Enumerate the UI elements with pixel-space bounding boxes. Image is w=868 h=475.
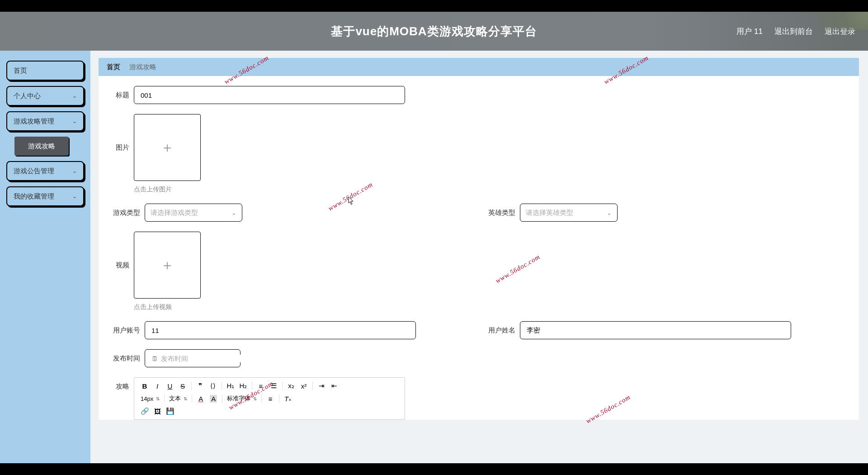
- plus-icon: ＋: [160, 256, 174, 275]
- block-type-select[interactable]: 文本 ⇅: [167, 393, 189, 404]
- chevron-down-icon: ⌄: [72, 118, 77, 124]
- sidebar-subitem-strategy[interactable]: 游戏攻略: [14, 137, 69, 156]
- image-upload-hint: 点击上传图片: [134, 185, 201, 194]
- subscript-button[interactable]: x₂: [285, 380, 297, 391]
- plus-icon: ＋: [160, 138, 174, 157]
- image-upload-box[interactable]: ＋: [134, 114, 201, 181]
- toolbar-separator: [164, 394, 165, 403]
- hero-type-placeholder: 请选择英雄类型: [526, 209, 573, 217]
- video-upload-hint: 点击上传视频: [134, 303, 201, 311]
- chevron-updown-icon: ⇅: [156, 396, 160, 401]
- superscript-button[interactable]: x²: [298, 380, 310, 391]
- chevron-down-icon: ⌄: [607, 209, 612, 216]
- sidebar-item-label: 游戏攻略管理: [14, 117, 54, 126]
- sidebar-item-label: 游戏公告管理: [14, 167, 54, 176]
- toolbar-separator: [279, 394, 279, 403]
- bold-button[interactable]: B: [139, 380, 151, 391]
- sidebar-item-strategy-mgmt[interactable]: 游戏攻略管理 ⌄: [6, 111, 84, 131]
- header-user-label[interactable]: 用户 11: [736, 26, 763, 37]
- sidebar-item-announcement-mgmt[interactable]: 游戏公告管理 ⌄: [6, 161, 84, 181]
- indent-button[interactable]: ⇥: [316, 380, 327, 391]
- italic-button[interactable]: I: [151, 380, 163, 391]
- sidebar-item-home[interactable]: 首页: [6, 61, 84, 81]
- sidebar-item-label: 我的收藏管理: [14, 192, 54, 201]
- underline-button[interactable]: U: [164, 380, 176, 391]
- header-decoration: [787, 12, 868, 30]
- outdent-button[interactable]: ⇤: [328, 380, 340, 391]
- sidebar-item-label: 首页: [14, 66, 27, 75]
- calendar-icon: 🗓: [151, 355, 158, 362]
- title-label: 标题: [99, 86, 129, 104]
- toolbar-separator: [261, 394, 262, 403]
- game-type-placeholder: 请选择游戏类型: [151, 209, 198, 217]
- game-type-select[interactable]: 请选择游戏类型 ⌄: [145, 204, 242, 222]
- chevron-updown-icon: ⇅: [253, 396, 257, 401]
- video-label: 视频: [99, 232, 129, 299]
- main-content: 首页 游戏攻略 标题 图片 ＋ 点击上传图片: [90, 51, 868, 463]
- font-family-select[interactable]: 标准字体 ⇅: [225, 393, 259, 404]
- sidebar-subitem-label: 游戏攻略: [28, 142, 55, 151]
- sidebar-item-label: 个人中心: [14, 92, 41, 100]
- link-button[interactable]: 🔗: [139, 406, 151, 417]
- account-input[interactable]: [145, 321, 416, 339]
- account-label: 用户账号: [99, 321, 140, 339]
- ordered-list-button[interactable]: ≡: [255, 380, 267, 391]
- font-size-value: 14px: [141, 395, 153, 402]
- font-family-value: 标准字体: [227, 394, 250, 403]
- name-input[interactable]: [520, 321, 791, 339]
- align-button[interactable]: ≡: [264, 393, 276, 404]
- breadcrumb-home[interactable]: 首页: [107, 63, 120, 71]
- chevron-updown-icon: ⇅: [184, 396, 187, 401]
- app-title: 基于vue的MOBA类游戏攻略分享平台: [331, 24, 537, 39]
- app-header: 基于vue的MOBA类游戏攻略分享平台 用户 11 退出到前台 退出登录: [0, 12, 868, 51]
- heading1-button[interactable]: H₁: [225, 380, 236, 391]
- toolbar-separator: [312, 382, 313, 390]
- bg-color-button[interactable]: A: [208, 393, 219, 404]
- toolbar-separator: [192, 394, 192, 403]
- publish-date-input[interactable]: 🗓: [145, 349, 241, 367]
- toolbar-separator: [282, 382, 283, 390]
- code-button[interactable]: ⟨⟩: [207, 380, 219, 391]
- hero-type-label: 英雄类型: [474, 204, 515, 222]
- image-button[interactable]: 🖼: [151, 406, 163, 417]
- text-color-button[interactable]: A: [195, 393, 207, 404]
- video-upload-box[interactable]: ＋: [134, 232, 201, 299]
- breadcrumb-current: 游戏攻略: [129, 63, 156, 71]
- clear-format-button[interactable]: Tₓ: [282, 393, 294, 404]
- block-type-value: 文本: [169, 394, 181, 403]
- save-button[interactable]: 💾: [164, 406, 176, 417]
- strikethrough-button[interactable]: S: [177, 380, 189, 391]
- chevron-down-icon: ⌄: [72, 193, 77, 200]
- chevron-down-icon: ⌄: [72, 168, 77, 174]
- heading2-button[interactable]: H₂: [237, 380, 249, 391]
- toolbar-separator: [222, 382, 222, 390]
- toolbar-separator: [191, 382, 192, 390]
- toolbar-separator: [222, 394, 222, 403]
- name-label: 用户姓名: [474, 321, 515, 339]
- chevron-down-icon: ⌄: [72, 93, 77, 99]
- rich-text-toolbar: B I U S ❞ ⟨⟩ H₁ H₂ ≡: [134, 377, 405, 420]
- sidebar-item-profile[interactable]: 个人中心 ⌄: [6, 86, 84, 106]
- sidebar-item-favorites-mgmt[interactable]: 我的收藏管理 ⌄: [6, 186, 84, 206]
- font-size-select[interactable]: 14px ⇅: [139, 393, 161, 404]
- breadcrumb: 首页 游戏攻略: [99, 58, 859, 76]
- quote-button[interactable]: ❞: [194, 380, 206, 391]
- title-input[interactable]: [134, 86, 405, 104]
- toolbar-separator: [252, 382, 252, 390]
- sidebar: 首页 个人中心 ⌄ 游戏攻略管理 ⌄ 游戏攻略 游戏公告管理 ⌄ 我的收藏管理 …: [0, 51, 90, 463]
- hero-type-select[interactable]: 请选择英雄类型 ⌄: [520, 204, 618, 222]
- game-type-label: 游戏类型: [99, 204, 140, 222]
- unordered-list-button[interactable]: ☰: [268, 380, 279, 391]
- publish-date-field[interactable]: [161, 355, 247, 362]
- image-label: 图片: [99, 114, 129, 181]
- chevron-down-icon: ⌄: [231, 209, 236, 216]
- publish-label: 发布时间: [99, 349, 140, 367]
- strategy-label: 攻略: [99, 377, 129, 395]
